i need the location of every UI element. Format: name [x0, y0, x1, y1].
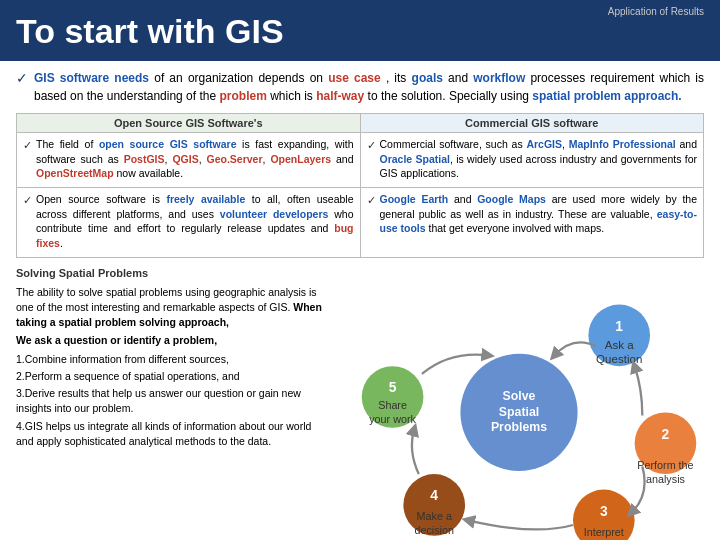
table-row-1: ✓ The field of open source GIS software …	[17, 133, 704, 188]
intro-use-case: use case	[328, 71, 381, 85]
intro-text-3: and	[448, 71, 473, 85]
svg-text:Solve: Solve	[503, 389, 536, 403]
check-icon: ✓	[16, 70, 28, 86]
google-earth-hl: Google Earth	[380, 193, 449, 205]
header: Application of Results To start with GIS	[0, 0, 720, 61]
commercial-text-2: Google Earth and Google Maps are used mo…	[380, 192, 698, 236]
solving-section: Solving Spatial Problems The ability to …	[16, 266, 704, 540]
svg-text:Question: Question	[596, 353, 642, 365]
google-maps-hl: Google Maps	[477, 193, 546, 205]
application-label: Application of Results	[608, 6, 704, 17]
arcgis-hl: ArcGIS	[526, 138, 562, 150]
svg-text:Problems: Problems	[491, 420, 547, 434]
svg-text:3: 3	[600, 503, 608, 519]
solving-p1: The ability to solve spatial problems us…	[16, 285, 326, 331]
open-bullet-1: ✓ The field of open source GIS software …	[23, 137, 354, 181]
openlayers-hl: OpenLayers	[270, 153, 331, 165]
table-row-2: ✓ Open source software is freely availab…	[17, 188, 704, 258]
volunteer-devs-hl: volunteer developers	[220, 208, 329, 220]
svg-text:Spatial: Spatial	[499, 404, 539, 418]
intro-text: GIS software needs of an organization de…	[34, 69, 704, 105]
solving-title: Solving Spatial Problems	[16, 266, 326, 282]
solving-p2: We ask a question or identify a problem,	[16, 333, 326, 348]
main-content: ✓ GIS software needs of an organization …	[0, 61, 720, 540]
svg-text:1: 1	[615, 318, 623, 334]
solving-p4: 2.Perform a sequence of spatial operatio…	[16, 369, 326, 384]
postgis-hl: PostGIS	[124, 153, 165, 165]
check-icon-2: ✓	[23, 193, 32, 208]
spatial-diagram: Solve Spatial Problems 1 Ask a Question …	[334, 266, 704, 540]
oracle-hl: Oracle Spatial	[380, 153, 450, 165]
svg-text:your work: your work	[369, 413, 416, 425]
diagram-svg: Solve Spatial Problems 1 Ask a Question …	[334, 266, 704, 540]
svg-text:Share: Share	[378, 399, 407, 411]
intro-spatial: spatial problem approach.	[532, 89, 681, 103]
check-icon-1: ✓	[23, 138, 32, 153]
svg-text:2: 2	[662, 425, 670, 441]
svg-text:4: 4	[430, 487, 438, 503]
commercial-cell-1: ✓ Commercial software, such as ArcGIS, M…	[360, 133, 704, 188]
qgis-hl: QGIS	[172, 153, 198, 165]
check-icon-c1: ✓	[367, 138, 376, 153]
page-title: To start with GIS	[16, 12, 704, 51]
intro-problem: problem	[219, 89, 266, 103]
intro-section: ✓ GIS software needs of an organization …	[16, 69, 704, 105]
openstreetmap-hl: OpenStreetMap	[36, 167, 114, 179]
intro-gis-needs: GIS software needs	[34, 71, 149, 85]
svg-text:Interpret: Interpret	[584, 526, 624, 538]
commercial-header: Commercial GIS software	[360, 114, 704, 133]
gis-software-table: Open Source GIS Software's Commercial GI…	[16, 113, 704, 258]
open-source-header: Open Source GIS Software's	[17, 114, 361, 133]
commercial-cell-2: ✓ Google Earth and Google Maps are used …	[360, 188, 704, 258]
intro-goals: goals	[412, 71, 443, 85]
intro-text-6: to the solution. Specially using	[368, 89, 533, 103]
intro-text-5: which is	[270, 89, 316, 103]
mapinfo-hl: MapInfo Professional	[569, 138, 676, 150]
solving-bold-1: When taking a spatial problem solving ap…	[16, 301, 322, 328]
commercial-bullet-2: ✓ Google Earth and Google Maps are used …	[367, 192, 698, 236]
svg-text:Ask a: Ask a	[605, 339, 634, 351]
open-text-1: The field of open source GIS software is…	[36, 137, 354, 181]
svg-text:analysis: analysis	[646, 473, 685, 485]
open-source-software-hl: open source GIS software	[99, 138, 237, 150]
intro-workflow: workflow	[473, 71, 525, 85]
commercial-bullet-1: ✓ Commercial software, such as ArcGIS, M…	[367, 137, 698, 181]
solving-p6: 4.GIS helps us integrate all kinds of in…	[16, 419, 326, 449]
svg-text:decision: decision	[414, 524, 454, 536]
svg-text:5: 5	[389, 379, 397, 395]
svg-text:Make a: Make a	[417, 510, 452, 522]
solving-bold-2: We ask a question or identify a problem,	[16, 334, 217, 346]
open-source-cell-2: ✓ Open source software is freely availab…	[17, 188, 361, 258]
commercial-text-1: Commercial software, such as ArcGIS, Map…	[380, 137, 698, 181]
solving-p5: 3.Derive results that help us answer our…	[16, 386, 326, 416]
freely-available-hl: freely available	[166, 193, 245, 205]
geoserver-hl: Geo.Server	[207, 153, 263, 165]
bug-fixes-hl: bug fixes	[36, 222, 354, 249]
open-source-cell-1: ✓ The field of open source GIS software …	[17, 133, 361, 188]
intro-text-1: of an organization depends on	[154, 71, 328, 85]
intro-text-2: , its	[386, 71, 412, 85]
svg-text:Perform the: Perform the	[637, 459, 693, 471]
solving-p3: 1.Combine information from different sou…	[16, 352, 326, 367]
open-text-2: Open source software is freely available…	[36, 192, 354, 251]
solving-text-block: Solving Spatial Problems The ability to …	[16, 266, 326, 540]
open-bullet-2: ✓ Open source software is freely availab…	[23, 192, 354, 251]
intro-halfway: half-way	[316, 89, 364, 103]
easy-tools-hl: easy-to-use tools	[380, 208, 698, 235]
check-icon-c2: ✓	[367, 193, 376, 208]
